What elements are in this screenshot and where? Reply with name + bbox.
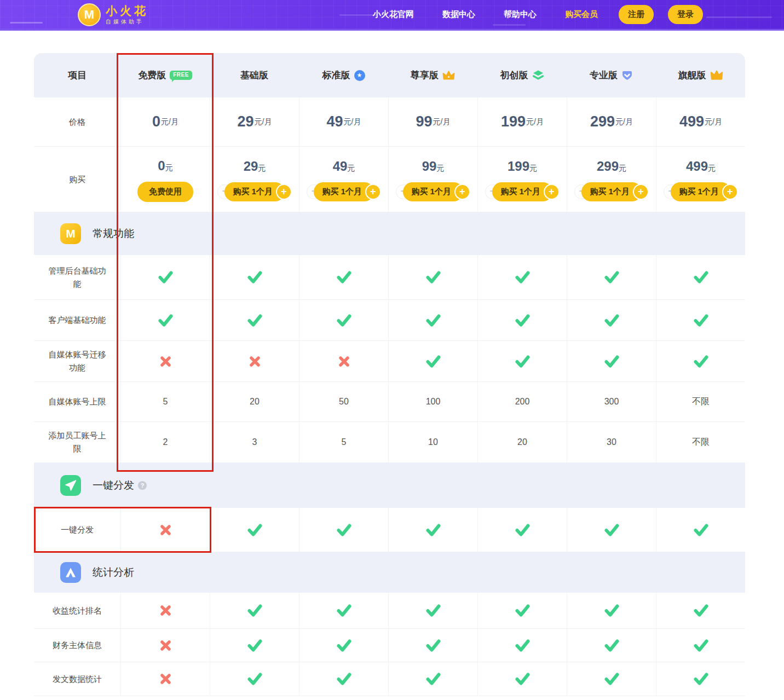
feature-label: 财务主体信息 — [39, 639, 115, 652]
check-icon — [337, 271, 351, 284]
feature-value-cell — [210, 255, 299, 299]
check-icon — [426, 355, 441, 368]
plus-stepper-button[interactable]: + — [544, 184, 560, 200]
section-title-text: 统计分析 — [93, 565, 134, 580]
price-cell: 499元/月 — [656, 97, 745, 146]
feature-row: 管理后台基础功能 — [34, 255, 745, 300]
buy-cell: 199元−购买 1个月+ — [477, 147, 567, 212]
buy-price-unit: 元 — [258, 164, 266, 172]
check-icon — [515, 524, 530, 536]
feature-label-cell: 添加员工账号上限 — [34, 422, 120, 462]
feature-row: 自媒体账号迁移功能 — [34, 341, 745, 382]
check-icon — [158, 314, 173, 327]
feature-label-cell: 发文数据统计 — [34, 662, 120, 696]
plan-column-header[interactable]: 旗舰版 — [656, 53, 745, 97]
check-icon — [247, 673, 262, 685]
feature-label-cell: 收益统计排名 — [34, 593, 120, 628]
feature-value-cell — [210, 593, 299, 628]
buy-row: 购买0元免费使用29元−购买 1个月+49元−购买 1个月+99元−购买 1个月… — [34, 147, 745, 212]
feature-value-cell — [477, 508, 567, 552]
buy-price-value: 199 — [508, 159, 529, 173]
nav-item-buy-membership[interactable]: 购买会员 — [565, 9, 598, 20]
feature-value-cell: 10 — [388, 422, 477, 462]
layers-badge-icon — [532, 70, 544, 81]
feature-value-cell — [567, 662, 656, 696]
help-icon[interactable]: ? — [138, 481, 147, 490]
topbar: M 小火花 自媒体助手 小火花官网 数据中心 帮助中心 购买会员 注册 登录 — [0, 0, 784, 31]
check-icon — [604, 314, 619, 327]
feature-value-cell — [299, 593, 388, 628]
buy-price-value: 499 — [686, 159, 708, 173]
section-header-row: 一键分发? — [34, 463, 745, 508]
check-icon — [337, 604, 351, 617]
feature-value-cell — [120, 593, 210, 628]
feature-value-cell: 2 — [120, 422, 210, 462]
feature-value-cell — [299, 300, 388, 340]
feature-value-cell — [210, 508, 299, 552]
buy-price-unit: 元 — [529, 164, 537, 172]
buy-price-unit: 元 — [708, 164, 716, 172]
plus-stepper-button[interactable]: + — [365, 184, 381, 200]
feature-value-text: 10 — [428, 437, 438, 447]
plan-column-header[interactable]: 尊享版 — [388, 53, 477, 97]
gem-badge-icon — [621, 70, 633, 81]
main-nav: 小火花官网 数据中心 帮助中心 购买会员 注册 登录 — [373, 5, 703, 24]
price-unit: 元/月 — [705, 117, 722, 127]
plus-stepper-button[interactable]: + — [276, 184, 292, 200]
plan-column-header[interactable]: 初创版 — [477, 53, 567, 97]
feature-value-cell — [388, 662, 477, 696]
pricing-table: 项目免费版FREE基础版标准版★尊享版初创版专业版旗舰版价格0元/月29元/月4… — [34, 53, 745, 696]
feature-value-cell — [567, 341, 656, 381]
feature-value-text: 30 — [607, 437, 616, 447]
brand[interactable]: M 小火花 自媒体助手 — [78, 3, 148, 26]
check-icon — [515, 355, 530, 368]
feature-value-cell — [567, 629, 656, 662]
check-icon — [604, 271, 619, 284]
nav-item-official-site[interactable]: 小火花官网 — [373, 9, 414, 20]
cross-icon — [249, 356, 261, 367]
buy-price-value: 49 — [333, 159, 348, 173]
check-icon — [604, 673, 619, 685]
buy-stepper: −购买 1个月+ — [492, 182, 552, 201]
check-icon — [694, 639, 708, 652]
feature-value-cell: 5 — [299, 422, 388, 462]
feature-value-cell: 20 — [477, 422, 567, 462]
free-use-button[interactable]: 免费使用 — [137, 182, 193, 202]
feature-value-cell — [656, 300, 745, 340]
plan-column-header[interactable]: 基础版 — [210, 53, 299, 97]
price-value: 299 — [590, 113, 615, 130]
feature-label: 收益统计排名 — [39, 604, 115, 617]
check-icon — [694, 673, 708, 685]
plus-stepper-button[interactable]: + — [454, 184, 470, 200]
feature-row: 收益统计排名 — [34, 593, 745, 629]
nav-item-data-center[interactable]: 数据中心 — [442, 9, 475, 20]
feature-value-cell — [120, 341, 210, 381]
login-button[interactable]: 登录 — [668, 5, 703, 24]
check-icon — [247, 314, 262, 327]
feature-value-cell — [477, 662, 567, 696]
check-icon — [515, 673, 530, 685]
nav-item-help-center[interactable]: 帮助中心 — [504, 9, 537, 20]
section-header-row: M常规功能 — [34, 212, 745, 255]
plan-column-header[interactable]: 标准版★ — [299, 53, 388, 97]
buy-price: 0元 — [158, 158, 172, 173]
register-button[interactable]: 注册 — [619, 5, 654, 24]
cross-icon — [338, 356, 350, 367]
plus-stepper-button[interactable]: + — [722, 184, 738, 200]
price-cell: 299元/月 — [567, 97, 656, 146]
feature-value-cell — [120, 255, 210, 299]
check-icon — [694, 314, 708, 327]
check-icon — [694, 355, 708, 368]
feature-value-cell: 20 — [210, 382, 299, 421]
plan-column-header[interactable]: 免费版FREE — [120, 53, 210, 97]
feature-value-cell — [388, 300, 477, 340]
feature-value-cell — [299, 341, 388, 381]
feature-value-text: 2 — [163, 437, 168, 447]
star-badge-icon: ★ — [354, 70, 365, 81]
buy-cell: 0元免费使用 — [120, 147, 210, 212]
plan-column-header[interactable]: 专业版 — [567, 53, 656, 97]
plus-stepper-button[interactable]: + — [633, 184, 649, 200]
m-logo-icon: M — [60, 223, 81, 244]
buy-price-unit: 元 — [436, 164, 444, 172]
check-icon — [694, 524, 708, 536]
